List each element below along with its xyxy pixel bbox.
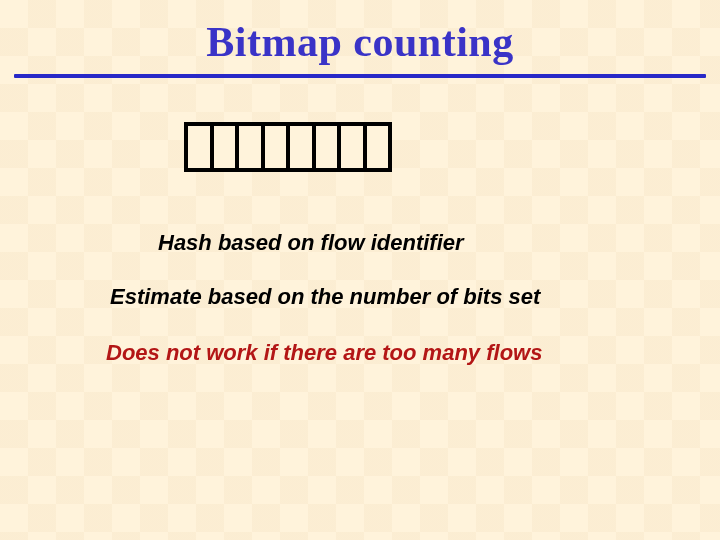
caption-warning: Does not work if there are too many flow… bbox=[106, 340, 720, 366]
bitmap-diagram bbox=[184, 122, 392, 172]
caption-hash: Hash based on flow identifier bbox=[158, 230, 720, 256]
bitmap-cell bbox=[188, 126, 214, 168]
slide-title: Bitmap counting bbox=[0, 0, 720, 66]
title-underline bbox=[14, 74, 706, 78]
caption-estimate: Estimate based on the number of bits set bbox=[110, 284, 720, 310]
bitmap-cell bbox=[290, 126, 316, 168]
bitmap-cell bbox=[316, 126, 342, 168]
slide: Bitmap counting Hash based on flow ident… bbox=[0, 0, 720, 540]
bitmap-cell bbox=[367, 126, 389, 168]
bitmap-cell bbox=[214, 126, 240, 168]
bitmap-cell bbox=[341, 126, 367, 168]
bitmap-cell bbox=[239, 126, 265, 168]
bitmap-cell bbox=[265, 126, 291, 168]
